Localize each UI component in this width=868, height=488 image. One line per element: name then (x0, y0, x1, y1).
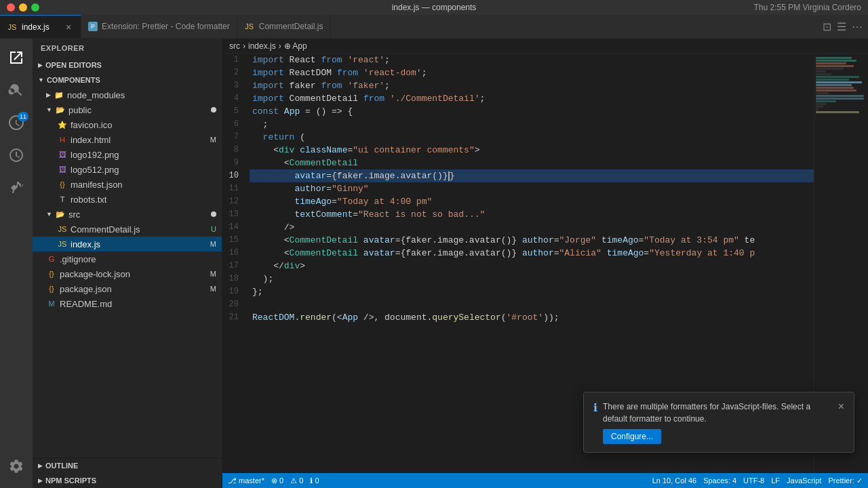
git-branch[interactable]: ⎇ master* (228, 476, 264, 485)
tree-item-label: public (68, 105, 92, 115)
tree-item-logo512[interactable]: 🖼 logo512.png (33, 162, 222, 177)
ico-icon: ⭐ (57, 119, 68, 130)
close-button[interactable] (7, 3, 15, 12)
tree-item-label: logo192.png (71, 150, 119, 160)
info-count[interactable]: ℹ 0 (310, 476, 319, 485)
code-line-13: textComment="React is not so bad..." (250, 208, 814, 221)
tab-index-js[interactable]: JS index.js × (0, 15, 81, 38)
tree-item-label: index.html (71, 135, 111, 145)
line-num-20: 20 (222, 298, 244, 311)
md-icon: M (46, 298, 57, 309)
modified-badge: M (210, 136, 216, 144)
file-encoding[interactable]: UTF-8 (743, 476, 764, 485)
activity-debug[interactable] (0, 139, 33, 171)
tree-item-package-json[interactable]: {} package.json M (33, 281, 222, 296)
sidebar: EXPLORER ▶ OPEN EDITORS ▼ COMPONENTS ▶ 📁… (33, 39, 222, 488)
activity-bar: 11 (0, 39, 33, 488)
tree-item-label: .gitignore (60, 254, 96, 264)
tree-item-label: src (68, 209, 80, 220)
code-line-16: <CommentDetail avatar={faker.image.avata… (250, 247, 814, 260)
code-line-15: <CommentDetail avatar={faker.image.avata… (250, 234, 814, 247)
breadcrumb-file[interactable]: index.js (248, 41, 276, 51)
split-editor-icon[interactable]: ⊡ (823, 20, 831, 33)
components-chevron: ▼ (38, 77, 44, 83)
error-count[interactable]: ⊗ 0 (271, 476, 283, 485)
activity-source-control[interactable]: 11 (0, 106, 33, 139)
tree-item-index-js[interactable]: JS index.js M (33, 237, 222, 251)
tree-item-robots[interactable]: T robots.txt (33, 192, 222, 207)
warning-count[interactable]: ⚠ 0 (290, 476, 303, 485)
indentation[interactable]: Spaces: 4 (703, 476, 736, 485)
js-file-icon-2: JS (244, 21, 255, 32)
configure-button[interactable]: Configure... (603, 429, 661, 444)
formatter-status[interactable]: Prettier: ✓ (828, 476, 863, 485)
line-num-18: 18 (222, 272, 244, 285)
tab-bar-actions: ⊡ ☰ ⋯ (817, 15, 868, 38)
components-section[interactable]: ▼ COMPONENTS (33, 73, 222, 87)
js-icon-2: JS (57, 239, 68, 249)
tree-item-gitignore[interactable]: G .gitignore (33, 251, 222, 266)
window-controls[interactable] (7, 3, 39, 12)
code-line-10: avatar={faker.image.avatar()}} (250, 169, 814, 182)
more-actions-icon[interactable]: ⋯ (852, 20, 863, 33)
tree-item-label: package-lock.json (60, 269, 130, 279)
code-line-4: import CommentDetail from './CommentDeta… (250, 92, 814, 105)
activity-extensions[interactable] (0, 171, 33, 204)
tree-item-comment-detail[interactable]: JS CommentDetail.js U (33, 222, 222, 237)
language-mode[interactable]: JavaScript (787, 476, 821, 485)
tree-item-package-lock[interactable]: {} package-lock.json M (33, 266, 222, 281)
maximize-button[interactable] (31, 3, 39, 12)
breadcrumb-sep-1: › (243, 41, 245, 51)
activity-explorer[interactable] (0, 41, 33, 74)
npm-scripts-section[interactable]: ▶ NPM SCRIPTS (33, 473, 222, 488)
components-label: COMPONENTS (47, 76, 100, 84)
open-editors-section[interactable]: ▶ OPEN EDITORS (33, 58, 222, 73)
outline-section[interactable]: ▶ OUTLINE (33, 458, 222, 473)
src-modified-dot (211, 211, 216, 217)
breadcrumb-symbol[interactable]: ⊕ App (284, 41, 307, 51)
tree-item-readme[interactable]: M README.md (33, 296, 222, 311)
code-line-17: </div> (250, 260, 814, 272)
tree-item-public[interactable]: ▼ 📂 public (33, 102, 222, 117)
line-num-7: 7 (222, 131, 244, 144)
line-num-12: 12 (222, 195, 244, 208)
tab-close-icon[interactable]: × (63, 22, 74, 33)
breadcrumb-src[interactable]: src (229, 41, 240, 51)
notification-close-icon[interactable]: × (838, 401, 844, 413)
tree-item-label: README.md (60, 299, 112, 309)
png-icon: 🖼 (57, 149, 68, 160)
line-num-9: 9 (222, 157, 244, 169)
modified-badge-2: M (210, 240, 216, 248)
cursor-position[interactable]: Ln 10, Col 46 (652, 476, 696, 485)
tree-item-label: robots.txt (71, 195, 106, 205)
toggle-panel-icon[interactable]: ☰ (837, 20, 846, 33)
tab-comment-detail[interactable]: JS CommentDetail.js (237, 15, 331, 38)
minimize-button[interactable] (19, 3, 27, 12)
code-line-12: timeAgo="Today at 4:00 pm" (250, 195, 814, 208)
tree-item-node-modules[interactable]: ▶ 📁 node_modules (33, 87, 222, 102)
code-line-18: ); (250, 272, 814, 285)
tree-item-manifest[interactable]: {} manifest.json (33, 177, 222, 192)
activity-settings[interactable] (0, 450, 33, 483)
json-icon-3: {} (46, 283, 57, 294)
ext-icon: P (88, 22, 98, 31)
tree-item-favicon[interactable]: ⭐ favicon.ico (33, 117, 222, 132)
tab-prettier[interactable]: P Extension: Prettier - Code formatter (81, 15, 237, 38)
title-bar: index.js — components Thu 2:55 PM Virgin… (0, 0, 868, 15)
line-ending[interactable]: LF (771, 476, 780, 485)
tree-item-label: favicon.ico (71, 120, 112, 130)
line-num-11: 11 (222, 182, 244, 195)
status-right: Ln 10, Col 46 Spaces: 4 UTF-8 LF JavaScr… (652, 476, 863, 485)
activity-search[interactable] (0, 74, 33, 106)
tree-item-src[interactable]: ▼ 📂 src (33, 207, 222, 222)
json-icon: {} (57, 179, 68, 190)
breadcrumb-sep-2: › (279, 41, 281, 51)
line-num-6: 6 (222, 118, 244, 131)
js-file-icon: JS (7, 22, 18, 33)
tree-item-index-html[interactable]: H index.html M (33, 132, 222, 147)
tree-item-logo192[interactable]: 🖼 logo192.png (33, 147, 222, 162)
line-num-21: 21 (222, 311, 244, 324)
npm-label: NPM SCRIPTS (45, 476, 96, 485)
code-line-21: ReactDOM.render(<App />, document.queryS… (250, 311, 814, 324)
tree-item-label: manifest.json (71, 180, 123, 190)
